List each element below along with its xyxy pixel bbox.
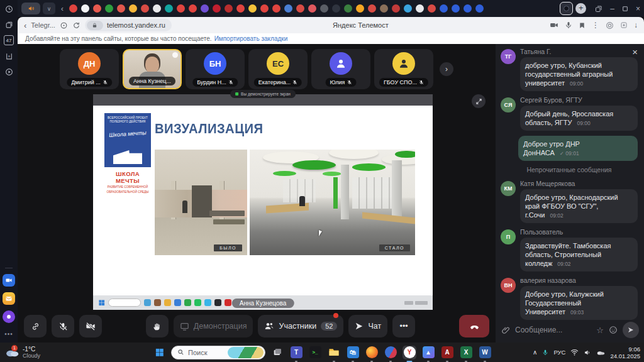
firefox-icon[interactable]	[365, 346, 379, 359]
taskbar-search[interactable]: Поиск	[171, 346, 265, 359]
url-field[interactable]: telemost.yandex.ru	[85, 19, 172, 31]
volume-icon[interactable]	[584, 349, 591, 356]
tab-favicon[interactable]	[260, 4, 269, 13]
word-icon[interactable]: W	[478, 346, 492, 359]
tray-mic-icon[interactable]	[542, 349, 548, 356]
tab-favicon[interactable]	[117, 4, 125, 13]
tab-favicon[interactable]	[308, 4, 316, 13]
chat-button[interactable]: Чат	[348, 315, 387, 337]
current-tab[interactable]	[560, 2, 573, 15]
tab-favicon[interactable]	[356, 4, 364, 13]
lock-icon[interactable]	[87, 21, 103, 30]
tab-favicon[interactable]	[153, 4, 161, 13]
teams-icon[interactable]: T	[289, 346, 303, 359]
tab-favicon[interactable]	[464, 4, 472, 13]
wifi-icon[interactable]	[570, 349, 579, 356]
new-tab-button[interactable]: +	[575, 3, 586, 14]
tab-favicon[interactable]	[440, 4, 448, 13]
bookmark-flag-icon[interactable]	[579, 22, 586, 29]
sidebar-more-icon[interactable]: •••	[4, 329, 14, 339]
maximize-icon[interactable]	[622, 6, 628, 12]
tab-panel-icon[interactable]	[595, 5, 602, 13]
mic-off-button[interactable]	[52, 315, 74, 337]
panels-icon[interactable]	[4, 19, 14, 30]
chat-message-input[interactable]	[515, 326, 591, 334]
tab-favicon[interactable]	[236, 4, 245, 13]
chat-close-icon[interactable]: ×	[632, 47, 638, 57]
play-circle-icon[interactable]	[4, 67, 14, 77]
participants-button[interactable]: Участники 52	[258, 315, 343, 337]
participant-tile-video-active[interactable]: Анна Кузнец...	[123, 49, 182, 89]
tab-counter-badge[interactable]: 47	[4, 35, 14, 45]
participant-tile[interactable]: БН Бурдин Н...	[186, 49, 245, 89]
protect-icon[interactable]	[606, 21, 614, 30]
yandex-browser-icon[interactable]: Y	[402, 346, 416, 359]
tab-favicon[interactable]	[69, 4, 77, 13]
favorites-star-icon[interactable]: ☆	[596, 326, 604, 335]
tab-favicon[interactable]	[344, 4, 352, 13]
participant-tile[interactable]: Юлия	[311, 49, 370, 89]
active-audio-tab[interactable]	[21, 3, 40, 14]
hangup-button[interactable]	[459, 315, 489, 337]
file-explorer-icon[interactable]	[327, 346, 341, 359]
tab-list-chevron[interactable]: ∨	[43, 3, 55, 14]
more-menu-icon[interactable]: ⋮	[592, 21, 599, 30]
tab-favicon[interactable]	[177, 4, 185, 13]
participant-tile[interactable]: ЕС Екатерина...	[248, 49, 308, 89]
copy-link-button[interactable]	[24, 315, 47, 337]
sport-app-icon[interactable]	[384, 346, 397, 359]
emoji-icon[interactable]	[609, 326, 618, 334]
downloads-icon[interactable]: a	[4, 51, 14, 61]
participant-tile[interactable]: ГБОУ СПО...	[374, 49, 433, 89]
downloads-arrow-icon[interactable]: ↓	[634, 21, 638, 30]
tab-favicon[interactable]	[248, 4, 257, 13]
close-window-icon[interactable]: ×	[636, 4, 640, 13]
tab-favicon[interactable]	[428, 4, 436, 13]
attach-icon[interactable]	[502, 326, 510, 334]
language-indicator[interactable]: РУС	[553, 349, 565, 356]
telemost-app-icon[interactable]	[3, 274, 15, 287]
tab-favicon[interactable]	[392, 4, 400, 13]
share-screen-button[interactable]: Демонстрация	[174, 315, 253, 337]
tab-favicon[interactable]	[213, 4, 221, 13]
tab-favicon[interactable]	[189, 4, 197, 13]
tab-favicon[interactable]	[475, 4, 484, 13]
camera-permission-icon[interactable]	[550, 21, 558, 30]
tab-favicon[interactable]	[129, 4, 137, 13]
onedrive-icon[interactable]	[596, 349, 605, 356]
back-tab-label[interactable]: Telegr...	[31, 21, 55, 29]
tab-favicon[interactable]	[141, 4, 149, 13]
camera-off-button[interactable]	[79, 315, 102, 337]
history-clock-icon[interactable]	[4, 4, 14, 14]
tab-favicon[interactable]	[416, 4, 424, 13]
more-options-button[interactable]: •••	[392, 315, 415, 337]
back-icon[interactable]: ‹	[24, 21, 26, 30]
tab-favicon[interactable]	[81, 4, 89, 13]
store-icon[interactable]: 🛍	[346, 346, 360, 359]
terminal-icon[interactable]: >_	[308, 346, 322, 359]
tab-favicon[interactable]	[272, 4, 280, 13]
photos-icon[interactable]: ▲	[421, 346, 435, 359]
participant-tile[interactable]: ДН Дмитрий ...	[60, 49, 119, 89]
tab-favicon[interactable]	[284, 4, 292, 13]
tab-favicon[interactable]	[225, 4, 233, 13]
reload-icon[interactable]	[72, 21, 80, 30]
tab-favicon[interactable]	[320, 4, 328, 13]
import-bookmarks-link[interactable]: Импортировать закладки	[214, 35, 288, 42]
send-button[interactable]	[623, 322, 639, 338]
tab-favicon[interactable]	[105, 4, 113, 13]
raise-hand-button[interactable]	[146, 315, 169, 337]
tab-favicon[interactable]	[296, 4, 304, 13]
tableau-icon[interactable]	[60, 21, 68, 30]
tab-favicon[interactable]	[452, 4, 460, 13]
start-button[interactable]	[152, 346, 166, 359]
tab-favicon[interactable]	[165, 4, 173, 13]
tab-favicon[interactable]	[404, 4, 412, 13]
alice-assistant-icon[interactable]	[3, 310, 15, 323]
tab-favicon[interactable]	[201, 4, 209, 13]
tab-favicon[interactable]	[332, 4, 340, 13]
clock-widget[interactable]: 9:06 24.01.2025	[610, 346, 640, 359]
extensions-icon[interactable]	[620, 21, 628, 29]
task-view-icon[interactable]	[270, 346, 284, 359]
mic-permission-icon[interactable]	[565, 21, 572, 29]
